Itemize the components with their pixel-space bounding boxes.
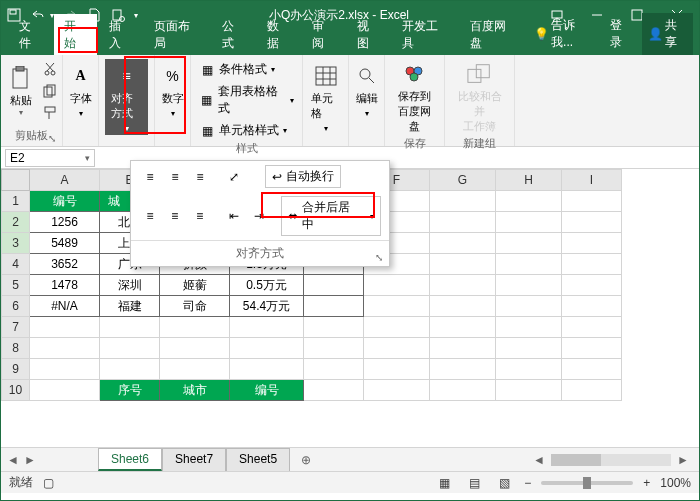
- compare-merge-icon: [467, 61, 493, 87]
- align-middle-icon[interactable]: ≡: [164, 167, 186, 187]
- row-header-6[interactable]: 6: [2, 296, 30, 317]
- share-button[interactable]: 👤共享: [642, 13, 693, 55]
- font-dropdown[interactable]: A 字体 ▾: [60, 59, 102, 120]
- number-dropdown[interactable]: % 数字 ▾: [152, 59, 194, 120]
- align-center-icon[interactable]: ≡: [164, 206, 186, 226]
- row-header-4[interactable]: 4: [2, 254, 30, 275]
- sheet-tab-2[interactable]: Sheet7: [162, 448, 226, 471]
- zoom-level[interactable]: 100%: [660, 476, 691, 490]
- percent-icon: %: [158, 61, 188, 91]
- cell-e5[interactable]: [304, 275, 364, 296]
- tab-developer[interactable]: 开发工具: [392, 14, 458, 55]
- cell-e6[interactable]: [304, 296, 364, 317]
- cell-c10[interactable]: 城市: [160, 380, 230, 401]
- cells-icon: [311, 61, 341, 91]
- compare-merge-button[interactable]: 比较和合并 工作簿: [451, 59, 508, 136]
- cell-b10[interactable]: 序号: [100, 380, 160, 401]
- table-format-button[interactable]: ▦套用表格格式▾: [197, 81, 296, 119]
- tab-baidu[interactable]: 百度网盘: [460, 14, 526, 55]
- zoom-out-icon[interactable]: −: [524, 476, 531, 490]
- tab-formulas[interactable]: 公式: [212, 14, 255, 55]
- cell-a5[interactable]: 1478: [30, 275, 100, 296]
- row-header-10[interactable]: 10: [2, 380, 30, 401]
- alignment-popup: ≡ ≡ ≡ ⤢ ↩自动换行 ≡ ≡ ≡ ⇤ ⇥ ⬌合并后居中▾ 对齐方式 ⤡: [130, 160, 390, 267]
- hscroll-left-icon[interactable]: ◄: [531, 452, 547, 468]
- add-sheet-icon[interactable]: ⊕: [294, 449, 318, 471]
- align-left-icon[interactable]: ≡: [139, 206, 161, 226]
- col-header-i[interactable]: I: [562, 170, 622, 191]
- row-header-3[interactable]: 3: [2, 233, 30, 254]
- zoom-slider[interactable]: [541, 481, 633, 485]
- view-pagebreak-icon[interactable]: ▧: [494, 474, 514, 492]
- alignment-dropdown[interactable]: ≡ 对齐方式 ▾: [105, 59, 148, 135]
- cell-a4[interactable]: 3652: [30, 254, 100, 275]
- cell-c6[interactable]: 司命: [160, 296, 230, 317]
- row-header-8[interactable]: 8: [2, 338, 30, 359]
- col-header-h[interactable]: H: [496, 170, 562, 191]
- cell-d5[interactable]: 0.5万元: [230, 275, 304, 296]
- cell-a2[interactable]: 1256: [30, 212, 100, 233]
- login-button[interactable]: 登录: [604, 13, 639, 55]
- tab-file[interactable]: 文件: [9, 14, 52, 55]
- alignment-popup-title: 对齐方式 ⤡: [131, 240, 389, 266]
- group-editing: 编辑 ▾: [349, 55, 385, 146]
- name-box[interactable]: E2▾: [5, 149, 95, 167]
- cell-c5[interactable]: 姬蘅: [160, 275, 230, 296]
- cell-d6[interactable]: 54.4万元: [230, 296, 304, 317]
- align-top-icon[interactable]: ≡: [139, 167, 161, 187]
- row-header-2[interactable]: 2: [2, 212, 30, 233]
- cell-style-button[interactable]: ▦单元格样式▾: [197, 120, 296, 141]
- cells-dropdown[interactable]: 单元格 ▾: [305, 59, 347, 135]
- cell-d10[interactable]: 编号: [230, 380, 304, 401]
- baidu-save-button[interactable]: 保存到 百度网盘: [391, 59, 438, 136]
- hscroll-right-icon[interactable]: ►: [675, 452, 691, 468]
- row-header-5[interactable]: 5: [2, 275, 30, 296]
- row-header-7[interactable]: 7: [2, 317, 30, 338]
- align-icon: ≡: [112, 61, 142, 91]
- zoom-in-icon[interactable]: +: [643, 476, 650, 490]
- sheet-nav-prev-icon[interactable]: ◄: [5, 452, 21, 468]
- wrap-text-button[interactable]: ↩自动换行: [265, 165, 341, 188]
- merge-center-button[interactable]: ⬌合并后居中▾: [281, 196, 381, 236]
- find-icon: [352, 61, 382, 91]
- editing-dropdown[interactable]: 编辑 ▾: [346, 59, 388, 120]
- cell-a6[interactable]: #N/A: [30, 296, 100, 317]
- col-header-g[interactable]: G: [430, 170, 496, 191]
- paste-button[interactable]: 粘贴 ▾: [4, 59, 38, 123]
- sheet-tab-1[interactable]: Sheet6: [98, 448, 162, 471]
- alignment-launcher-icon[interactable]: ⤡: [375, 252, 383, 263]
- row-header-1[interactable]: 1: [2, 191, 30, 212]
- svg-rect-29: [476, 65, 489, 78]
- baidu-cloud-icon: [402, 61, 428, 87]
- view-pagelayout-icon[interactable]: ▤: [464, 474, 484, 492]
- macro-record-icon[interactable]: ▢: [43, 476, 54, 490]
- clipboard-launcher-icon[interactable]: ⤡: [48, 133, 60, 145]
- view-normal-icon[interactable]: ▦: [434, 474, 454, 492]
- align-right-icon[interactable]: ≡: [189, 206, 211, 226]
- col-header-a[interactable]: A: [30, 170, 100, 191]
- horizontal-scrollbar[interactable]: [551, 454, 671, 466]
- tab-insert[interactable]: 插入: [99, 14, 142, 55]
- conditional-format-button[interactable]: ▦条件格式▾: [197, 59, 296, 80]
- sheet-tab-3[interactable]: Sheet5: [226, 448, 290, 471]
- tab-view[interactable]: 视图: [347, 14, 390, 55]
- tell-me[interactable]: 💡告诉我...: [528, 13, 600, 55]
- align-bottom-icon[interactable]: ≡: [189, 167, 211, 187]
- decrease-indent-icon[interactable]: ⇤: [223, 206, 245, 226]
- row-header-9[interactable]: 9: [2, 359, 30, 380]
- copy-icon[interactable]: [40, 81, 60, 101]
- redo-icon[interactable]: [59, 4, 81, 26]
- cell-a3[interactable]: 5489: [30, 233, 100, 254]
- sheet-nav-next-icon[interactable]: ►: [22, 452, 38, 468]
- tab-pagelayout[interactable]: 页面布局: [144, 14, 210, 55]
- increase-indent-icon[interactable]: ⇥: [248, 206, 270, 226]
- select-all-corner[interactable]: [2, 170, 30, 191]
- cell-b6[interactable]: 福建: [100, 296, 160, 317]
- tab-data[interactable]: 数据: [257, 14, 300, 55]
- tab-review[interactable]: 审阅: [302, 14, 345, 55]
- cell-a1[interactable]: 编号: [30, 191, 100, 212]
- format-painter-icon[interactable]: [40, 103, 60, 123]
- orientation-icon[interactable]: ⤢: [223, 167, 245, 187]
- cell-b5[interactable]: 深圳: [100, 275, 160, 296]
- cut-icon[interactable]: [40, 59, 60, 79]
